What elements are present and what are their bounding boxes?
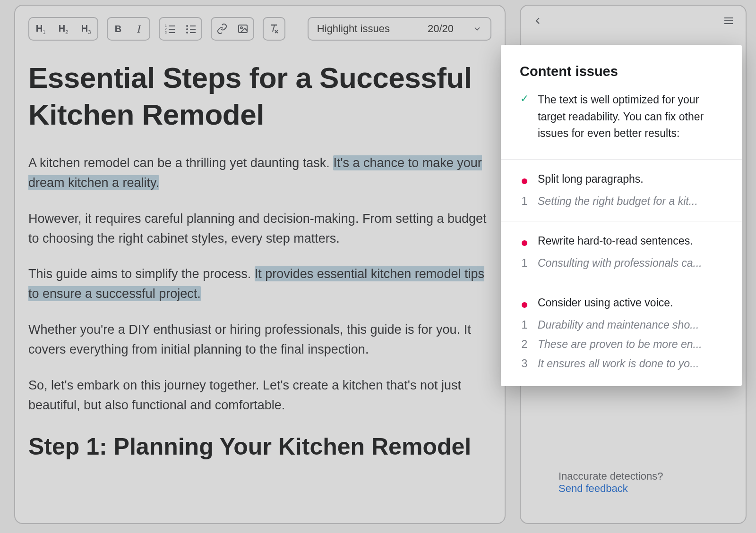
svg-text:3: 3 [165, 31, 167, 34]
doc-title: Essential Steps for a Successful Kitchen… [28, 59, 491, 133]
chevron-down-icon [472, 24, 482, 34]
issue-item[interactable]: 1 Durability and maintenance sho... [520, 319, 723, 331]
image-button[interactable] [232, 18, 253, 40]
issue-number: 1 [520, 257, 529, 270]
h1-sub: 1 [43, 29, 45, 35]
issue-title: Rewrite hard-to-read sentences. [538, 235, 693, 247]
issue-number: 3 [520, 357, 529, 370]
italic-button[interactable]: I [129, 18, 149, 40]
issue-snippet: It ensures all work is done to yo... [538, 357, 699, 370]
issue-snippet: These are proven to be more en... [538, 338, 702, 351]
ordered-list-button[interactable]: 123 [160, 18, 180, 40]
p3a: This guide aims to simplify the process. [28, 267, 255, 281]
issue-dot-icon [522, 240, 527, 246]
doc-paragraph: This guide aims to simplify the process.… [28, 264, 491, 304]
editor-pane: H1 H2 H3 B I 123 [14, 5, 506, 524]
popover-heading: Content issues [501, 45, 742, 89]
issue-block[interactable]: Split long paragraphs. 1 Setting the rig… [501, 159, 742, 221]
h3-label: H [81, 23, 88, 34]
check-icon: ✓ [520, 92, 529, 142]
highlight-label: Highlight issues [317, 23, 390, 35]
h1-button[interactable]: H1 [29, 18, 52, 40]
clear-format-button[interactable] [264, 18, 284, 40]
issue-title: Consider using active voice. [538, 296, 673, 309]
chevron-left-icon [532, 15, 543, 26]
highlight-count: 20/20 [428, 23, 454, 35]
popover-summary: The text is well optimized for your targ… [538, 92, 723, 142]
issue-item[interactable]: 2 These are proven to be more en... [520, 338, 723, 351]
insert-group [211, 17, 254, 41]
doc-paragraph: However, it requires careful planning an… [28, 209, 491, 249]
sidebar-menu-button[interactable] [723, 15, 734, 30]
h1-label: H [36, 23, 43, 34]
h2-sub: 2 [65, 29, 68, 35]
unordered-list-button[interactable] [180, 18, 201, 40]
bold-label: B [115, 24, 121, 34]
issue-dot-icon [522, 302, 527, 308]
h2-label: H [59, 23, 65, 34]
bold-button[interactable]: B [108, 18, 129, 40]
link-button[interactable] [212, 18, 232, 40]
issue-snippet: Setting the right budget for a kit... [538, 195, 698, 208]
image-icon [237, 23, 249, 34]
issue-snippet: Durability and maintenance sho... [538, 319, 699, 331]
svg-point-8 [186, 28, 188, 30]
issue-title: Split long paragraphs. [538, 173, 644, 186]
issue-dot-icon [522, 178, 527, 184]
clear-format-icon [268, 23, 280, 34]
content-issues-popover: Content issues ✓ The text is well optimi… [501, 45, 742, 386]
issue-item[interactable]: 1 Consulting with professionals ca... [520, 257, 723, 270]
issue-snippet: Consulting with professionals ca... [538, 257, 702, 270]
issue-number: 2 [520, 338, 529, 351]
editor-toolbar: H1 H2 H3 B I 123 [28, 17, 491, 41]
h3-sub: 3 [88, 29, 91, 35]
feedback-question: Inaccurate detections? [558, 470, 663, 482]
issue-number: 1 [520, 319, 529, 331]
svg-point-6 [186, 25, 188, 27]
ordered-list-icon: 123 [164, 23, 176, 34]
heading-group: H1 H2 H3 [28, 17, 98, 41]
issue-item[interactable]: 3 It ensures all work is done to yo... [520, 357, 723, 370]
issue-block[interactable]: Consider using active voice. 1 Durabilit… [501, 283, 742, 386]
unordered-list-icon [185, 23, 197, 34]
doc-step-heading: Step 1: Planning Your Kitchen Remodel [28, 432, 491, 462]
style-group: B I [107, 17, 150, 41]
svg-text:2: 2 [165, 27, 167, 31]
h3-button[interactable]: H3 [75, 18, 97, 40]
list-group: 123 [159, 17, 202, 41]
link-icon [216, 23, 228, 34]
doc-paragraph: So, let's embark on this journey togethe… [28, 376, 491, 415]
doc-paragraph: Whether you're a DIY enthusiast or hirin… [28, 320, 491, 360]
hamburger-icon [723, 15, 734, 26]
svg-point-13 [241, 27, 242, 29]
highlight-issues-select[interactable]: Highlight issues 20/20 [308, 17, 491, 41]
doc-paragraph: A kitchen remodel can be a thrilling yet… [28, 153, 491, 193]
document-body[interactable]: Essential Steps for a Successful Kitchen… [28, 59, 491, 462]
svg-text:1: 1 [165, 24, 167, 27]
clear-group [263, 17, 285, 41]
feedback-link[interactable]: Send feedback [558, 482, 628, 494]
italic-label: I [137, 23, 141, 35]
svg-point-10 [186, 32, 188, 34]
issue-item[interactable]: 1 Setting the right budget for a kit... [520, 195, 723, 208]
sidebar-back-button[interactable] [532, 15, 543, 30]
feedback-block: Inaccurate detections? Send feedback [558, 470, 663, 495]
issue-number: 1 [520, 195, 529, 208]
p1a: A kitchen remodel can be a thrilling yet… [28, 156, 333, 170]
issue-block[interactable]: Rewrite hard-to-read sentences. 1 Consul… [501, 221, 742, 283]
h2-button[interactable]: H2 [52, 18, 75, 40]
